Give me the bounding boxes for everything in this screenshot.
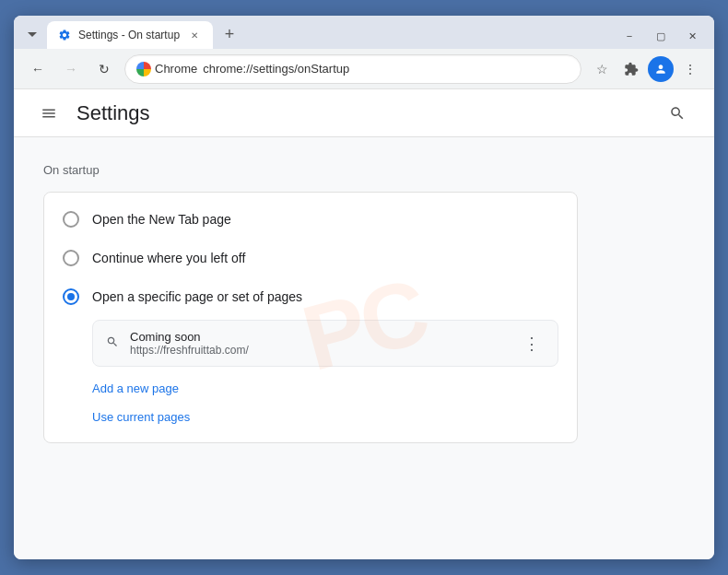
url-text: chrome://settings/onStartup bbox=[203, 62, 569, 76]
radio-specific bbox=[63, 288, 79, 305]
page-entry-name: Coming soon bbox=[130, 330, 508, 344]
extension-icon bbox=[624, 62, 639, 76]
hamburger-menu-button[interactable] bbox=[36, 100, 62, 126]
minimize-button[interactable]: − bbox=[615, 27, 644, 45]
option-new-tab-label: Open the New Tab page bbox=[92, 212, 231, 227]
reload-button[interactable]: ↻ bbox=[91, 56, 117, 82]
address-bar: ← → ↻ Chrome chrome://settings/onStartup… bbox=[14, 49, 714, 89]
page-entry: Coming soon https://freshfruittab.com/ ⋮ bbox=[92, 320, 558, 367]
chrome-label: Chrome bbox=[155, 62, 197, 76]
add-new-page-link[interactable]: Add a new page bbox=[92, 378, 558, 399]
browser-window: Settings - On startup ✕ + − ▢ ✕ ← → ↻ Ch… bbox=[14, 16, 714, 559]
startup-options-card: Open the New Tab page Continue where you… bbox=[43, 192, 578, 443]
back-button[interactable]: ← bbox=[25, 56, 51, 82]
page-entry-search-icon bbox=[106, 335, 119, 351]
option-continue-label: Continue where you left off bbox=[92, 251, 245, 265]
active-tab[interactable]: Settings - On startup ✕ bbox=[47, 21, 213, 49]
page-entries-container: Coming soon https://freshfruittab.com/ ⋮ bbox=[44, 316, 577, 370]
tab-close-button[interactable]: ✕ bbox=[187, 28, 202, 42]
radio-new-tab bbox=[63, 211, 79, 228]
page-entry-url: https://freshfruittab.com/ bbox=[130, 344, 508, 357]
option-continue[interactable]: Continue where you left off bbox=[44, 239, 577, 277]
option-new-tab[interactable]: Open the New Tab page bbox=[44, 200, 577, 239]
radio-continue bbox=[63, 250, 79, 266]
option-specific-label: Open a specific page or set of pages bbox=[92, 289, 302, 304]
close-button[interactable]: ✕ bbox=[677, 27, 707, 45]
settings-main: On startup Open the New Tab page Continu… bbox=[14, 137, 714, 469]
chrome-badge: Chrome bbox=[136, 62, 197, 76]
profile-button[interactable] bbox=[648, 56, 674, 82]
option-specific[interactable]: Open a specific page or set of pages bbox=[44, 277, 577, 316]
settings-header: Settings bbox=[14, 89, 714, 137]
new-tab-button[interactable]: + bbox=[217, 21, 242, 47]
title-bar: Settings - On startup ✕ + − ▢ ✕ bbox=[14, 16, 714, 49]
action-links: Add a new page Use current pages bbox=[44, 370, 577, 435]
settings-page-title: Settings bbox=[76, 101, 648, 125]
page-entry-info: Coming soon https://freshfruittab.com/ bbox=[130, 330, 508, 357]
chrome-menu-button[interactable]: ⋮ bbox=[677, 56, 703, 82]
bookmark-button[interactable]: ☆ bbox=[589, 56, 615, 82]
settings-search-button[interactable] bbox=[663, 99, 692, 128]
hamburger-icon bbox=[41, 105, 57, 122]
url-bar[interactable]: Chrome chrome://settings/onStartup bbox=[124, 54, 581, 84]
tab-title: Settings - On startup bbox=[78, 29, 180, 41]
window-controls: − ▢ ✕ bbox=[615, 27, 707, 45]
svg-marker-0 bbox=[28, 32, 37, 37]
search-entry-icon bbox=[106, 335, 119, 348]
profile-icon bbox=[654, 63, 667, 76]
forward-button[interactable]: → bbox=[58, 56, 84, 82]
use-current-pages-link[interactable]: Use current pages bbox=[92, 406, 558, 428]
settings-tab-icon bbox=[58, 29, 71, 41]
chrome-icon bbox=[136, 62, 151, 76]
extension-button[interactable] bbox=[618, 56, 644, 82]
address-bar-icons: ☆ ⋮ bbox=[589, 56, 703, 82]
section-label: On startup bbox=[43, 163, 685, 177]
search-icon bbox=[669, 105, 686, 122]
page-content: PC Settings On startup Open bbox=[14, 89, 714, 559]
maximize-button[interactable]: ▢ bbox=[646, 27, 675, 45]
page-entry-menu-button[interactable]: ⋮ bbox=[519, 331, 545, 357]
tab-dropdown-icon bbox=[28, 29, 37, 39]
